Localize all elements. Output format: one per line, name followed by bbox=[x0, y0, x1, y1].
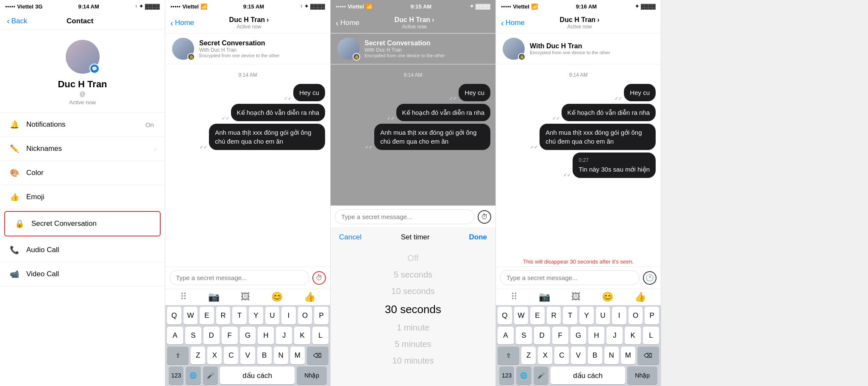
message-input-2[interactable] bbox=[170, 270, 309, 285]
message-input-4[interactable] bbox=[500, 270, 640, 285]
key-r-2[interactable]: R bbox=[216, 307, 231, 325]
menu-item-notifications[interactable]: 🔔 Notifications On bbox=[0, 113, 165, 137]
key-space-2[interactable]: dấu cách bbox=[220, 367, 295, 384]
timer-done-btn[interactable]: Done bbox=[469, 233, 487, 242]
key-h-4[interactable]: H bbox=[588, 327, 604, 344]
timer-5m[interactable]: 5 minutes bbox=[331, 336, 495, 353]
back-label-3[interactable]: Home bbox=[340, 19, 359, 27]
key-m-4[interactable]: M bbox=[621, 347, 635, 364]
key-return-4[interactable]: Nhập bbox=[627, 367, 657, 384]
home-back-2[interactable]: ‹ Home bbox=[170, 18, 194, 28]
key-f-2[interactable]: F bbox=[222, 327, 238, 344]
key-b-4[interactable]: B bbox=[588, 347, 602, 364]
key-i-2[interactable]: I bbox=[281, 307, 296, 325]
key-r-4[interactable]: R bbox=[547, 307, 561, 325]
key-a-4[interactable]: A bbox=[498, 327, 514, 344]
key-123-4[interactable]: 123 bbox=[499, 367, 514, 384]
key-t-4[interactable]: T bbox=[563, 307, 577, 325]
back-button-1[interactable]: ‹ Back bbox=[7, 16, 27, 26]
key-globe-4[interactable]: 🌐 bbox=[516, 367, 531, 384]
key-o-2[interactable]: O bbox=[298, 307, 312, 325]
key-shift-4[interactable]: ⇧ bbox=[498, 347, 519, 364]
key-e-2[interactable]: E bbox=[200, 307, 214, 325]
image-icon-4[interactable]: 🖼 bbox=[571, 292, 581, 303]
key-t-2[interactable]: T bbox=[232, 307, 247, 325]
key-p-2[interactable]: P bbox=[314, 307, 328, 325]
timer-off[interactable]: Off bbox=[331, 250, 495, 267]
apps-icon-4[interactable]: ⠿ bbox=[511, 292, 517, 303]
timer-button-2[interactable]: ⏱ bbox=[312, 271, 326, 285]
key-p-4[interactable]: P bbox=[645, 307, 659, 325]
key-u-2[interactable]: U bbox=[265, 307, 280, 325]
key-q-2[interactable]: Q bbox=[167, 307, 181, 325]
key-l-4[interactable]: L bbox=[643, 327, 659, 344]
key-globe-2[interactable]: 🌐 bbox=[186, 367, 200, 384]
back-label-1[interactable]: Back bbox=[11, 17, 28, 25]
key-c-2[interactable]: C bbox=[224, 347, 238, 364]
emoji-icon-2[interactable]: 😊 bbox=[271, 292, 283, 303]
key-d-2[interactable]: D bbox=[203, 327, 220, 344]
key-return-2[interactable]: Nhập bbox=[297, 367, 327, 384]
key-j-4[interactable]: J bbox=[606, 327, 623, 344]
key-n-4[interactable]: N bbox=[604, 347, 619, 364]
timer-button-4[interactable]: 🕐 bbox=[643, 271, 657, 285]
camera-icon-4[interactable]: 📷 bbox=[539, 292, 550, 303]
menu-item-secret-conversation[interactable]: 🔒 Secret Conversation bbox=[4, 211, 161, 236]
apps-icon-2[interactable]: ⠿ bbox=[180, 292, 187, 303]
menu-item-emoji[interactable]: 👍 Emoji bbox=[0, 185, 165, 209]
key-a-2[interactable]: A bbox=[167, 327, 183, 344]
key-k-2[interactable]: K bbox=[294, 327, 310, 344]
menu-item-nicknames[interactable]: ✏️ Nicknames bbox=[0, 137, 165, 161]
message-input-3[interactable] bbox=[335, 209, 474, 224]
key-o-4[interactable]: O bbox=[629, 307, 643, 325]
key-g-4[interactable]: G bbox=[570, 327, 587, 344]
key-123-2[interactable]: 123 bbox=[169, 367, 184, 384]
key-s-4[interactable]: S bbox=[516, 327, 532, 344]
key-z-2[interactable]: Z bbox=[191, 347, 205, 364]
key-z-4[interactable]: Z bbox=[521, 347, 536, 364]
key-m-2[interactable]: M bbox=[290, 347, 305, 364]
camera-icon-2[interactable]: 📷 bbox=[208, 292, 220, 303]
timer-button-3[interactable]: ⏱ bbox=[478, 210, 491, 224]
key-e-4[interactable]: E bbox=[530, 307, 545, 325]
key-delete-4[interactable]: ⌫ bbox=[637, 347, 659, 364]
timer-10s[interactable]: 10 seconds bbox=[331, 283, 495, 300]
back-label-2[interactable]: Home bbox=[175, 19, 194, 27]
key-x-4[interactable]: X bbox=[538, 347, 552, 364]
key-d-4[interactable]: D bbox=[534, 327, 550, 344]
timer-cancel-btn[interactable]: Cancel bbox=[339, 233, 362, 242]
key-w-4[interactable]: W bbox=[514, 307, 529, 325]
emoji-icon-4[interactable]: 😊 bbox=[602, 292, 613, 303]
key-mic-2[interactable]: 🎤 bbox=[203, 367, 218, 384]
menu-item-video-call[interactable]: 📹 Video Call bbox=[0, 262, 165, 286]
key-h-2[interactable]: H bbox=[258, 327, 274, 344]
home-back-3[interactable]: ‹ Home bbox=[336, 18, 359, 28]
key-shift-2[interactable]: ⇧ bbox=[167, 347, 189, 364]
key-x-2[interactable]: X bbox=[207, 347, 222, 364]
menu-item-audio-call[interactable]: 📞 Audio Call bbox=[0, 238, 165, 262]
key-v-2[interactable]: V bbox=[240, 347, 255, 364]
key-g-2[interactable]: G bbox=[240, 327, 256, 344]
key-i-4[interactable]: I bbox=[612, 307, 626, 325]
key-n-2[interactable]: N bbox=[274, 347, 288, 364]
timer-10m[interactable]: 10 minutes bbox=[331, 353, 495, 369]
home-back-4[interactable]: ‹ Home bbox=[501, 18, 525, 28]
key-y-4[interactable]: Y bbox=[579, 307, 594, 325]
key-q-4[interactable]: Q bbox=[498, 307, 512, 325]
timer-1m[interactable]: 1 minute bbox=[331, 319, 495, 336]
back-label-4[interactable]: Home bbox=[506, 19, 525, 27]
key-l-2[interactable]: L bbox=[312, 327, 328, 344]
key-j-2[interactable]: J bbox=[276, 327, 292, 344]
key-y-2[interactable]: Y bbox=[249, 307, 263, 325]
key-mic-4[interactable]: 🎤 bbox=[534, 367, 548, 384]
key-v-4[interactable]: V bbox=[571, 347, 585, 364]
key-b-2[interactable]: B bbox=[257, 347, 272, 364]
key-f-4[interactable]: F bbox=[552, 327, 568, 344]
thumbs-icon-4[interactable]: 👍 bbox=[634, 292, 646, 303]
image-icon-2[interactable]: 🖼 bbox=[241, 292, 250, 303]
key-c-4[interactable]: C bbox=[554, 347, 569, 364]
thumbs-icon-2[interactable]: 👍 bbox=[304, 292, 315, 303]
key-delete-2[interactable]: ⌫ bbox=[307, 347, 328, 364]
key-k-4[interactable]: K bbox=[625, 327, 641, 344]
menu-item-color[interactable]: 🎨 Color bbox=[0, 161, 165, 185]
